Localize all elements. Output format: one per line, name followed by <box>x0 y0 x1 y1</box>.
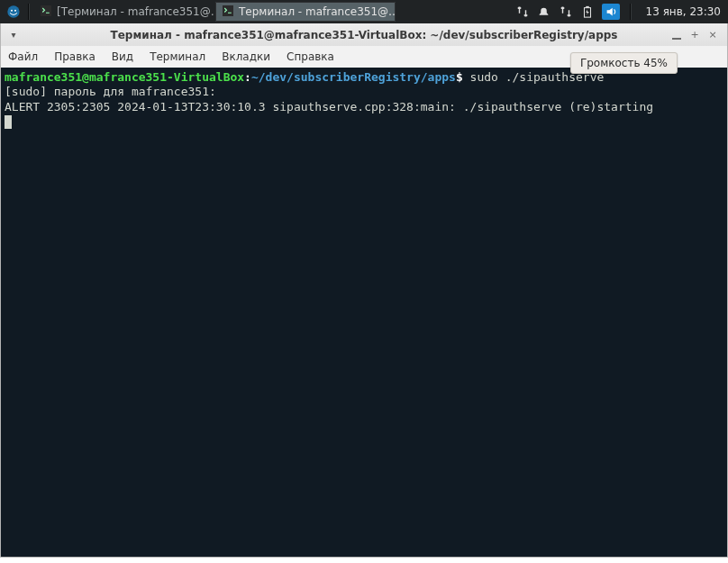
network-icon[interactable] <box>515 5 530 18</box>
volume-tooltip: Громкость 45% <box>570 52 678 74</box>
window-maximize-button[interactable]: + <box>687 28 702 42</box>
whisker-menu-icon[interactable] <box>4 2 23 22</box>
menu-terminal[interactable]: Терминал <box>150 50 205 63</box>
terminal-icon <box>41 5 51 19</box>
prompt-user: mafrance351@mafrance351-VirtualBox <box>5 70 244 84</box>
prompt-colon: : <box>244 70 251 84</box>
menu-edit[interactable]: Правка <box>54 50 96 63</box>
window-title: Терминал - mafrance351@mafrance351-Virtu… <box>111 29 618 41</box>
system-tray: 13 янв, 23:30 <box>515 4 724 20</box>
desktop-area: Громкость 45% ▾ Терминал - mafrance351@m… <box>0 23 728 563</box>
taskbar-item-terminal-1[interactable]: [Терминал - mafrance351@… <box>33 2 214 22</box>
terminal-line: ALERT 2305:2305 2024-01-13T23:30:10.3 si… <box>5 100 653 114</box>
panel-clock[interactable]: 13 янв, 23:30 <box>646 5 721 18</box>
taskbar-item-terminal-2[interactable]: Терминал - mafrance351@… <box>215 2 396 22</box>
svg-rect-4 <box>223 5 233 16</box>
svg-rect-7 <box>672 38 681 40</box>
window-minimize-button[interactable] <box>669 28 684 42</box>
svg-point-0 <box>7 5 19 17</box>
terminal-cursor <box>5 115 12 129</box>
volume-icon[interactable] <box>602 4 620 20</box>
network-icon-2[interactable] <box>559 5 573 18</box>
terminal-line: [sudo] пароль для mafrance351: <box>5 85 216 98</box>
svg-rect-6 <box>586 6 589 8</box>
terminal-window: ▾ Терминал - mafrance351@mafrance351-Vir… <box>0 23 728 558</box>
taskbar-item-label: [Терминал - mafrance351@… <box>57 5 214 18</box>
prompt-dollar: $ <box>456 70 463 84</box>
svg-point-2 <box>14 10 16 12</box>
top-panel: [Терминал - mafrance351@… Терминал - maf… <box>0 0 728 23</box>
terminal-output[interactable]: mafrance351@mafrance351-VirtualBox:~/dev… <box>1 68 727 557</box>
battery-icon[interactable] <box>580 5 595 18</box>
menu-file[interactable]: Файл <box>8 50 38 63</box>
svg-point-1 <box>11 10 13 12</box>
prompt-path: ~/dev/subscriberRegistry/apps <box>251 70 456 84</box>
svg-rect-3 <box>41 5 51 16</box>
terminal-icon <box>223 5 233 19</box>
panel-separator <box>630 4 631 20</box>
window-menu-dropdown-icon[interactable]: ▾ <box>6 28 21 42</box>
window-titlebar[interactable]: ▾ Терминал - mafrance351@mafrance351-Vir… <box>1 23 727 46</box>
taskbar-item-label: Терминал - mafrance351@… <box>239 5 396 18</box>
menu-tabs[interactable]: Вкладки <box>222 50 270 63</box>
panel-separator <box>28 4 29 20</box>
notifications-icon[interactable] <box>537 6 551 18</box>
menu-help[interactable]: Справка <box>287 50 334 63</box>
menu-view[interactable]: Вид <box>112 50 133 63</box>
window-close-button[interactable]: × <box>705 28 720 42</box>
